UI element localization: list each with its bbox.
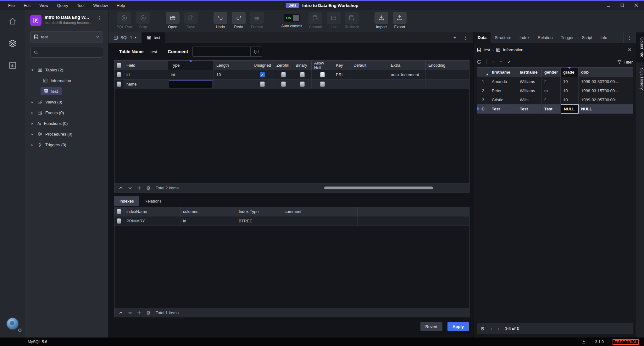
tree-test-selected[interactable]: test bbox=[41, 87, 62, 95]
binary-checkbox[interactable] bbox=[293, 70, 312, 80]
grade-cell[interactable]: 10 bbox=[561, 95, 579, 104]
unsigned-checkbox[interactable]: ✓ bbox=[251, 70, 274, 80]
checkbox-icon[interactable] bbox=[320, 72, 325, 77]
firstname-cell[interactable]: Peter bbox=[489, 86, 517, 95]
revert-button[interactable]: Revert bbox=[420, 322, 442, 331]
checkbox-checked-icon[interactable]: ✓ bbox=[260, 72, 265, 77]
search-box[interactable] bbox=[30, 47, 103, 58]
col-firstname[interactable]: firstname bbox=[489, 68, 517, 77]
tab-data[interactable]: Data bbox=[474, 32, 491, 43]
gender-cell[interactable]: f bbox=[542, 95, 561, 104]
settings-gear-icon[interactable]: ⚙ bbox=[18, 327, 22, 333]
move-down-icon[interactable] bbox=[128, 186, 132, 190]
col-dob[interactable]: dob bbox=[579, 68, 628, 77]
sql-run-button[interactable]: SQL Run bbox=[117, 12, 132, 29]
maximize-icon[interactable] bbox=[617, 2, 628, 9]
open-button[interactable]: Open bbox=[165, 12, 180, 29]
avatar[interactable] bbox=[6, 317, 19, 330]
key-cell[interactable] bbox=[333, 80, 351, 89]
tab-info[interactable]: Info bbox=[596, 32, 611, 43]
grade-cell[interactable]: 10 bbox=[561, 86, 579, 95]
breadcrumb-database[interactable]: test bbox=[484, 47, 490, 52]
home-icon[interactable] bbox=[8, 17, 17, 25]
panel-more-icon[interactable]: ⋮ bbox=[623, 32, 636, 43]
commit-button[interactable]: Commit bbox=[308, 12, 323, 29]
type-input[interactable] bbox=[169, 81, 213, 88]
allow-null-checkbox[interactable] bbox=[312, 70, 333, 80]
undo-button[interactable]: Undo bbox=[213, 12, 228, 29]
toggle-switch[interactable]: ON bbox=[284, 14, 300, 22]
tree-table-information[interactable]: Information bbox=[30, 75, 103, 86]
search-input[interactable] bbox=[41, 50, 100, 55]
col-gender[interactable]: gender bbox=[542, 68, 561, 77]
type-cell-editing[interactable] bbox=[168, 80, 214, 89]
database-workspace-icon[interactable] bbox=[8, 39, 17, 47]
tab-sql-history[interactable]: SQL History bbox=[636, 63, 644, 95]
lastname-cell[interactable]: Williams bbox=[517, 86, 542, 95]
delete-row-icon[interactable] bbox=[146, 186, 151, 190]
row-number[interactable]: 1 bbox=[477, 77, 489, 86]
caret-right-icon[interactable]: ▸ bbox=[30, 132, 35, 136]
tree-events[interactable]: ▸ Events (0) bbox=[30, 107, 103, 118]
grade-cell-selected[interactable]: NULL bbox=[561, 104, 579, 114]
add-row-icon[interactable] bbox=[137, 186, 141, 190]
caret-right-icon[interactable]: ▸ bbox=[30, 100, 35, 104]
dob-cell[interactable]: 1998-03-15T00:00:... bbox=[579, 86, 628, 95]
caret-right-icon[interactable]: ▸ bbox=[30, 143, 35, 147]
menu-window[interactable]: Window bbox=[89, 3, 112, 8]
tab-trigger[interactable]: Trigger bbox=[557, 32, 578, 43]
minimize-icon[interactable] bbox=[603, 2, 614, 9]
binary-checkbox[interactable] bbox=[293, 80, 312, 89]
database-select[interactable]: test bbox=[30, 31, 103, 42]
col-grade[interactable]: grade bbox=[561, 68, 579, 77]
indexes-header-checkbox[interactable] bbox=[114, 207, 124, 216]
menu-help[interactable]: Help bbox=[112, 3, 130, 8]
tabs-more-icon[interactable]: ⋮ bbox=[463, 35, 468, 41]
redo-button[interactable]: Redo bbox=[231, 12, 246, 29]
unsigned-checkbox[interactable] bbox=[251, 80, 274, 89]
tab-index[interactable]: Index bbox=[515, 32, 534, 43]
menu-file[interactable]: File bbox=[4, 3, 19, 8]
lastname-cell[interactable]: Williams bbox=[517, 77, 542, 86]
horizontal-scrollbar[interactable] bbox=[324, 187, 433, 189]
firstname-cell[interactable]: Amanda bbox=[489, 77, 517, 86]
caret-right-icon[interactable]: ▸ bbox=[30, 121, 35, 126]
tab-indexes[interactable]: Indexes bbox=[114, 196, 139, 206]
gender-cell[interactable]: m bbox=[542, 86, 561, 95]
index-type-cell[interactable]: BTREE bbox=[236, 216, 282, 226]
lastname-cell[interactable]: Wills bbox=[517, 95, 542, 104]
default-cell[interactable] bbox=[351, 70, 388, 80]
save-button[interactable]: Save bbox=[184, 12, 198, 29]
default-cell[interactable] bbox=[351, 80, 388, 89]
checkbox-icon[interactable] bbox=[281, 72, 286, 77]
breadcrumb-table[interactable]: Information bbox=[503, 47, 523, 52]
menu-edit[interactable]: Edit bbox=[19, 3, 35, 8]
tab-object-info[interactable]: Object Info bbox=[636, 32, 644, 63]
row-checkbox[interactable] bbox=[114, 80, 124, 89]
tree-procedures[interactable]: ▸ Procedures (0) bbox=[30, 129, 103, 139]
row-number-header[interactable]: ◢ bbox=[477, 68, 489, 77]
tab-relations[interactable]: Relations bbox=[139, 196, 167, 206]
length-cell[interactable]: 10 bbox=[214, 70, 251, 80]
stop-button[interactable]: Stop bbox=[136, 12, 150, 29]
dob-cell[interactable]: 1999-03-30T00:00:... bbox=[579, 77, 628, 86]
import-button[interactable]: Import bbox=[374, 12, 389, 29]
col-lastname[interactable]: lastname bbox=[517, 68, 542, 77]
rollback-button[interactable]: Rollback bbox=[345, 12, 359, 29]
checkbox-icon[interactable] bbox=[300, 72, 305, 77]
tree-functions[interactable]: ▸ fx Functions (0) bbox=[30, 118, 103, 129]
comment-bubble-icon[interactable] bbox=[250, 47, 262, 57]
dob-cell[interactable]: NULL bbox=[579, 104, 628, 114]
fields-header-checkbox[interactable] bbox=[114, 61, 124, 70]
menu-view[interactable]: View bbox=[35, 3, 53, 8]
remove-record-icon[interactable]: − bbox=[499, 59, 502, 65]
move-down-icon[interactable] bbox=[128, 311, 132, 315]
checkbox-icon[interactable] bbox=[117, 72, 121, 77]
list-button[interactable]: List bbox=[326, 12, 341, 29]
key-cell[interactable]: PRI bbox=[333, 70, 351, 80]
length-cell[interactable] bbox=[214, 80, 251, 89]
tree-views[interactable]: ▸ Views (0) bbox=[30, 97, 103, 107]
free-trial-badge[interactable]: FREE TRIAL bbox=[613, 339, 639, 345]
lastname-cell[interactable]: Test bbox=[517, 104, 542, 114]
zerofill-checkbox[interactable] bbox=[274, 80, 293, 89]
